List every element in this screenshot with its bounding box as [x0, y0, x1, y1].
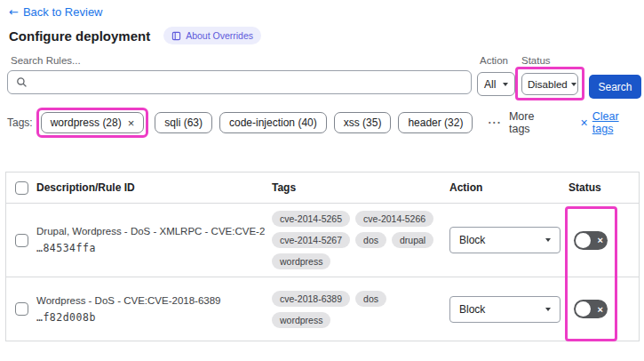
active-tag-highlight-box: wordpress (28) × — [36, 108, 149, 138]
row-checkbox[interactable] — [15, 302, 28, 316]
toggle-knob — [576, 301, 591, 317]
rule-description: Drupal, Wordpress - DoS - XMLRPC - CVE:C… — [36, 226, 265, 237]
title-row: Configure deployment About Overrides — [9, 27, 261, 44]
back-to-review-link[interactable]: ← Back to Review — [9, 5, 103, 19]
column-header-tags: Tags — [272, 181, 449, 194]
clear-tags-label: Clear tags — [592, 110, 641, 135]
column-header-status: Status — [568, 181, 639, 194]
search-rules-box — [7, 70, 472, 94]
rule-description-cell: Drupal, Wordpress - DoS - XMLRPC - CVE:C… — [36, 226, 272, 254]
rule-tag: dos — [355, 291, 386, 307]
toggle-off-x-icon: × — [598, 236, 603, 245]
caret-down-icon — [545, 308, 551, 311]
table-row: Drupal, Wordpress - DoS - XMLRPC - CVE:C… — [6, 204, 639, 277]
action-select-value: Block — [459, 234, 485, 246]
table-row: Wordpress - DoS - CVE:CVE-2018-6389 …f82… — [6, 277, 639, 341]
docs-icon — [171, 31, 181, 41]
toggle-knob — [576, 233, 591, 248]
rule-id: …f82d008b — [36, 311, 265, 324]
ellipsis-icon: ··· — [488, 116, 502, 129]
rule-tag: dos — [355, 232, 386, 248]
column-header-description: Description/Rule ID — [36, 181, 272, 194]
status-filter-value: Disabled — [528, 79, 568, 90]
rule-description: Wordpress - DoS - CVE:CVE-2018-6389 — [36, 295, 265, 306]
caret-down-icon — [545, 238, 551, 242]
action-filter-dropdown[interactable]: All — [477, 72, 515, 96]
rule-tag: cve-2018-6389 — [272, 291, 350, 307]
about-overrides-label: About Overrides — [186, 30, 253, 41]
column-header-action: Action — [449, 181, 568, 194]
action-filter-value: All — [484, 78, 496, 91]
rule-status-cell: × — [568, 300, 639, 318]
tag-filter-sqli[interactable]: sqli (63) — [155, 112, 212, 133]
remove-tag-icon[interactable]: × — [128, 117, 135, 129]
tags-label: Tags: — [7, 116, 33, 129]
rule-tags-cell: cve-2014-5265 cve-2014-5266 cve-2014-526… — [272, 211, 449, 269]
back-link-label: Back to Review — [23, 5, 103, 19]
status-toggle[interactable]: × — [574, 300, 608, 318]
about-overrides-badge[interactable]: About Overrides — [163, 27, 261, 44]
caret-down-icon — [503, 83, 508, 86]
clear-tags-button[interactable]: × Clear tags — [581, 110, 641, 135]
tags-filter-bar: Tags: wordpress (28) × sqli (63) code-in… — [7, 108, 641, 138]
rule-tags-cell: cve-2018-6389 dos wordpress — [272, 291, 449, 328]
tag-filter-xss[interactable]: xss (35) — [334, 112, 392, 133]
tag-filter-code-injection[interactable]: code-injection (40) — [219, 112, 327, 133]
rules-table: Description/Rule ID Tags Action Status D… — [5, 172, 640, 341]
rule-description-cell: Wordpress - DoS - CVE:CVE-2018-6389 …f82… — [36, 295, 272, 324]
search-icon — [16, 76, 28, 88]
header-checkbox-cell — [6, 181, 36, 195]
toggle-off-x-icon: × — [598, 304, 603, 314]
status-filter-dropdown[interactable]: Disabled — [521, 73, 578, 95]
rule-tag: wordpress — [272, 312, 330, 328]
search-button[interactable]: Search — [589, 75, 641, 99]
page-title: Configure deployment — [9, 28, 150, 44]
rule-tag: drupal — [392, 232, 433, 248]
status-filter-label: Status — [521, 55, 551, 66]
select-all-checkbox[interactable] — [15, 181, 28, 195]
row-checkbox[interactable] — [15, 234, 28, 247]
rule-action-cell: Block — [449, 296, 568, 323]
action-select[interactable]: Block — [449, 296, 561, 323]
configure-deployment-page: ← Back to Review Configure deployment Ab… — [0, 0, 644, 361]
action-select-value: Block — [459, 303, 485, 316]
rule-tag: cve-2014-5267 — [272, 232, 350, 248]
tag-filter-wordpress[interactable]: wordpress (28) × — [41, 112, 145, 133]
tag-filter-header[interactable]: header (32) — [398, 112, 473, 133]
caret-down-icon — [571, 83, 576, 86]
search-rules-label: Search Rules... — [11, 55, 81, 66]
action-select[interactable]: Block — [449, 227, 561, 253]
more-tags-button[interactable]: ··· More tags — [488, 110, 556, 135]
tag-filter-label: wordpress (28) — [51, 116, 122, 129]
action-filter-label: Action — [480, 55, 508, 66]
rule-tag: wordpress — [272, 253, 330, 269]
rule-action-cell: Block — [449, 227, 568, 253]
search-input[interactable] — [28, 71, 471, 93]
row-checkbox-cell — [6, 234, 36, 247]
rule-tag: cve-2014-5266 — [355, 211, 433, 227]
back-arrow-icon: ← — [9, 5, 19, 19]
clear-tags-x-icon: × — [581, 116, 588, 130]
table-header-row: Description/Rule ID Tags Action Status — [6, 172, 639, 204]
more-tags-label: More tags — [509, 110, 557, 135]
rule-status-cell: × — [568, 231, 639, 250]
rule-id: …84534ffa — [36, 242, 265, 254]
row-checkbox-cell — [6, 302, 36, 316]
status-toggle[interactable]: × — [574, 231, 608, 250]
rule-tag: cve-2014-5265 — [272, 211, 350, 227]
